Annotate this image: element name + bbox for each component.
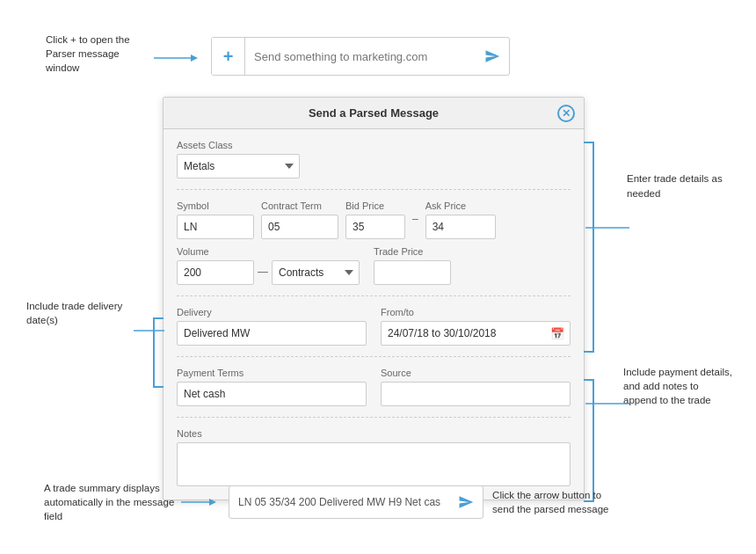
message-input[interactable] — [245, 50, 476, 63]
assets-class-label: Assets Class — [177, 140, 571, 150]
delivery-group: Delivery — [177, 307, 367, 346]
bid-price-group: Bid Price — [345, 200, 405, 239]
source-group: Source — [381, 368, 571, 406]
trade-price-input[interactable] — [374, 260, 451, 285]
symbol-input[interactable] — [177, 215, 254, 239]
volume-group: Volume — Contracts — [177, 246, 360, 285]
tooltip-bottom-left: A trade summary displays automatically i… — [44, 481, 176, 523]
notes-section: Notes — [177, 428, 571, 489]
volume-label: Volume — [177, 246, 360, 257]
trade-details-connector — [585, 227, 629, 229]
bottom-message-bar: LN 05 35/34 200 Delivered MW H9 Net cas — [229, 485, 483, 519]
bid-price-label: Bid Price — [345, 200, 405, 211]
message-bar-top: + — [195, 37, 510, 76]
delivery-connector — [134, 330, 164, 332]
symbol-group: Symbol — [177, 200, 254, 239]
modal-body: Assets Class Metals Symbol Contract Term — [164, 129, 584, 499]
annotation-payment: Include payment details, and add notes t… — [623, 365, 733, 407]
delivery-label: Delivery — [177, 307, 367, 317]
ask-price-input[interactable] — [425, 215, 496, 239]
trade-price-label: Trade Price — [374, 246, 451, 257]
modal-header: Send a Parsed Message ✕ — [164, 98, 584, 129]
volume-input[interactable] — [177, 260, 254, 285]
payment-section: Payment Terms Source — [177, 368, 571, 418]
bid-ask-separator: – — [412, 213, 418, 227]
symbol-label: Symbol — [177, 200, 254, 211]
bottom-area: A trade summary displays automatically i… — [44, 481, 611, 523]
trade-summary-text: LN 05 35/34 200 Delivered MW H9 Net cas — [229, 496, 449, 508]
tooltip-top: Click + to open the Parser message windo… — [46, 31, 156, 75]
notes-textarea[interactable] — [177, 442, 571, 486]
source-label: Source — [381, 368, 571, 378]
delivery-bracket — [153, 317, 164, 388]
send-icon-top — [484, 48, 500, 64]
assets-class-section: Assets Class Metals — [177, 140, 571, 190]
ask-price-label: Ask Price — [425, 200, 496, 211]
bottom-arrow-connector — [181, 497, 216, 507]
payment-connector — [585, 403, 629, 405]
payment-terms-label: Payment Terms — [177, 368, 367, 378]
send-button-top[interactable] — [476, 37, 509, 76]
top-arrow-connector — [154, 53, 198, 63]
trade-price-group: Trade Price — [374, 246, 451, 285]
delivery-section: Delivery From/to 📅 — [177, 307, 571, 357]
annotation-trade-details: Enter trade details as needed — [627, 171, 728, 202]
svg-marker-7 — [209, 499, 216, 506]
from-to-group: From/to 📅 — [381, 307, 571, 346]
volume-row: — Contracts — [177, 260, 360, 285]
volume-unit-select[interactable]: Contracts — [272, 260, 360, 285]
payment-terms-input[interactable] — [177, 382, 367, 406]
delivery-input[interactable] — [177, 321, 367, 346]
assets-class-select[interactable]: Metals — [177, 154, 300, 179]
assets-class-row: Metals — [177, 154, 571, 179]
trade-details-row1: Symbol Contract Term Bid Price – Ask Pri… — [177, 200, 571, 239]
trade-details-bracket — [584, 142, 594, 353]
plus-button[interactable]: + — [212, 37, 245, 76]
delivery-row: Delivery From/to 📅 — [177, 307, 571, 346]
contract-term-label: Contract Term — [261, 200, 338, 211]
contract-term-group: Contract Term — [261, 200, 338, 239]
assets-class-group: Metals — [177, 154, 300, 179]
annotation-delivery: Include trade delivery date(s) — [26, 299, 136, 327]
bid-price-input[interactable] — [345, 215, 405, 239]
trade-details-row2: Volume — Contracts Trade Price — [177, 246, 571, 285]
ask-price-group: Ask Price — [425, 200, 496, 239]
modal-title: Send a Parsed Message — [309, 106, 439, 120]
from-to-input[interactable] — [381, 321, 571, 346]
payment-row: Payment Terms Source — [177, 368, 571, 406]
tooltip-bottom-right: Click the arrow button to send the parse… — [492, 488, 611, 516]
from-to-input-wrapper: 📅 — [381, 321, 571, 346]
trade-details-section: Symbol Contract Term Bid Price – Ask Pri… — [177, 200, 571, 296]
source-input[interactable] — [381, 382, 571, 406]
contract-term-input[interactable] — [261, 215, 338, 239]
notes-label: Notes — [177, 428, 571, 439]
from-to-label: From/to — [381, 307, 571, 317]
volume-separator: — — [258, 266, 268, 280]
send-icon-bottom — [458, 494, 474, 510]
modal-close-button[interactable]: ✕ — [557, 105, 575, 122]
payment-terms-group: Payment Terms — [177, 368, 367, 406]
send-button-bottom[interactable] — [449, 485, 483, 519]
parsed-message-modal: Send a Parsed Message ✕ Assets Class Met… — [163, 97, 585, 500]
